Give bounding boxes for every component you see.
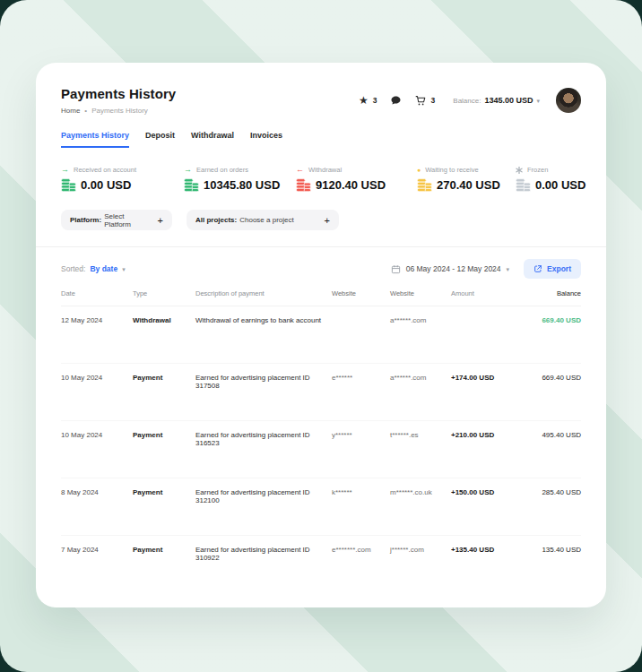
column-header: Website [390, 289, 451, 297]
cell-amount [451, 316, 516, 363]
cell-website1: y****** [332, 431, 390, 478]
breadcrumb-separator: • [84, 107, 87, 115]
cell-description: Earned for advertising placement ID 3175… [195, 374, 332, 420]
stat-label: →Received on account [61, 166, 184, 174]
cart-button[interactable]: 3 [414, 95, 436, 107]
coins-icon [184, 178, 199, 192]
cell-description: Earned for advertising placement ID 3165… [195, 431, 332, 478]
cell-balance: 285.40 USD [516, 488, 581, 535]
cell-balance: 495.40 USD [516, 431, 581, 478]
tab-payments-history[interactable]: Payments History [61, 131, 129, 148]
stat-value: 9120.40 USD [296, 178, 417, 192]
cell-type: Payment [133, 431, 195, 478]
tab-withdrawal[interactable]: Withdrawal [191, 131, 234, 148]
cell-website2: a******.com [390, 374, 451, 420]
section-divider [36, 246, 606, 247]
coins-icon [417, 178, 432, 192]
cell-date: 7 May 2024 [61, 546, 133, 593]
cell-date: 12 May 2024 [61, 316, 133, 363]
sort-control: Sorted: By date ▾ [61, 264, 126, 273]
table-header-row: DateTypeDescription of paymentWebsiteWeb… [61, 289, 581, 306]
stat-received-on-account: →Received on account0.00 USD [61, 166, 184, 192]
stat-value-text: 0.00 USD [81, 178, 131, 192]
coins-icon [296, 178, 311, 192]
projects-filter[interactable]: All projects:Choose a project+ [187, 210, 339, 230]
plus-icon: + [305, 215, 330, 226]
stat-label-text: Received on account [74, 166, 136, 174]
cell-website1 [332, 316, 390, 363]
cell-website1: k****** [332, 488, 390, 535]
breadcrumb-current: Payments History [91, 107, 148, 115]
cell-type: Withdrawal [133, 316, 195, 363]
stat-withdrawal: ←Withdrawal9120.40 USD [296, 166, 417, 192]
tab-invoices[interactable]: Invoices [250, 131, 282, 148]
stats-row: →Received on account0.00 USD→Earned on o… [61, 166, 581, 192]
star-icon: ★ [359, 95, 369, 106]
filter-value: Select Platform [104, 212, 137, 228]
stat-value: 10345.80 USD [184, 178, 296, 192]
stat-value-text: 270.40 USD [437, 178, 500, 192]
favorites-button[interactable]: ★ 3 [359, 95, 377, 106]
stat-label-text: Withdrawal [308, 166, 342, 174]
plus-icon: + [138, 215, 163, 226]
avatar[interactable] [556, 88, 581, 113]
stat-frozen: Frozen0.00 USD [516, 166, 586, 192]
stat-value: 0.00 USD [61, 178, 184, 192]
table-row: 10 May 2024PaymentEarned for advertising… [61, 364, 581, 421]
cell-website1: e****** [332, 374, 390, 420]
tabs-bar: Payments HistoryDepositWithdrawalInvoice… [61, 131, 581, 148]
export-icon [534, 264, 542, 273]
table-row: 10 May 2024PaymentEarned for advertising… [61, 421, 581, 478]
cell-website2: a******.com [390, 316, 451, 363]
favorites-count: 3 [373, 96, 377, 105]
stat-label-text: Earned on orders [196, 166, 248, 174]
export-button[interactable]: Export [524, 259, 581, 279]
column-header: Balance [516, 289, 581, 297]
cell-date: 10 May 2024 [61, 431, 133, 478]
card-header: Payments History Home • Payments History… [61, 86, 581, 115]
cell-balance: 669.40 USD [516, 374, 581, 420]
coins-icon [516, 178, 531, 192]
table-row: 12 May 2024WithdrawalWithdrawal of earni… [61, 306, 581, 364]
heading-block: Payments History Home • Payments History [61, 86, 176, 115]
cell-website2: t******.es [390, 431, 451, 478]
cell-type: Payment [133, 546, 195, 593]
balance-label: Balance: [453, 97, 481, 105]
cell-website2: m******.co.uk [390, 488, 451, 535]
tab-deposit[interactable]: Deposit [145, 131, 175, 148]
arrow-right-icon: → [184, 166, 192, 174]
stat-earned-on-orders: →Earned on orders10345.80 USD [184, 166, 296, 192]
cell-balance: 669.40 USD [516, 316, 581, 363]
breadcrumb-home[interactable]: Home [61, 107, 80, 115]
stat-label: Frozen [516, 166, 586, 174]
messages-button[interactable] [390, 95, 402, 106]
cell-amount: +150.00 USD [451, 488, 516, 535]
dot-icon: ● [417, 167, 421, 173]
cell-type: Payment [133, 374, 195, 420]
cart-count: 3 [431, 96, 436, 105]
filters-row: Platform:Select Platform+All projects:Ch… [61, 210, 581, 230]
column-header: Amount [451, 289, 516, 297]
chevron-down-icon: ▾ [507, 266, 510, 272]
topbar: ★ 3 3 Balance: 1345.00 USD ▾ [359, 88, 581, 113]
balance-value: 1345.00 USD [484, 96, 533, 105]
chevron-down-icon: ▾ [122, 266, 126, 272]
table-row: 7 May 2024PaymentEarned for advertising … [61, 536, 581, 593]
platform-filter[interactable]: Platform:Select Platform+ [61, 210, 172, 230]
arrow-left-icon: ← [296, 166, 304, 174]
balance-dropdown[interactable]: Balance: 1345.00 USD ▾ [453, 96, 540, 105]
cell-date: 10 May 2024 [61, 374, 133, 420]
date-range-picker[interactable]: 06 May 2024 - 12 May 2024 ▾ [391, 264, 509, 274]
stat-label-text: Frozen [527, 166, 548, 174]
cell-balance: 135.40 USD [516, 546, 581, 593]
breadcrumb: Home • Payments History [61, 107, 176, 115]
controls-row: Sorted: By date ▾ 06 May 2024 - 12 May 2… [61, 259, 581, 279]
cell-amount: +135.40 USD [451, 546, 516, 593]
cell-type: Payment [133, 488, 195, 535]
stat-label-text: Waiting to receive [425, 166, 478, 174]
stat-label: ←Withdrawal [296, 166, 417, 174]
column-header: Date [61, 289, 133, 297]
cart-icon [414, 95, 427, 107]
cell-amount: +210.00 USD [451, 431, 516, 478]
sort-by-date-dropdown[interactable]: By date [90, 264, 117, 273]
